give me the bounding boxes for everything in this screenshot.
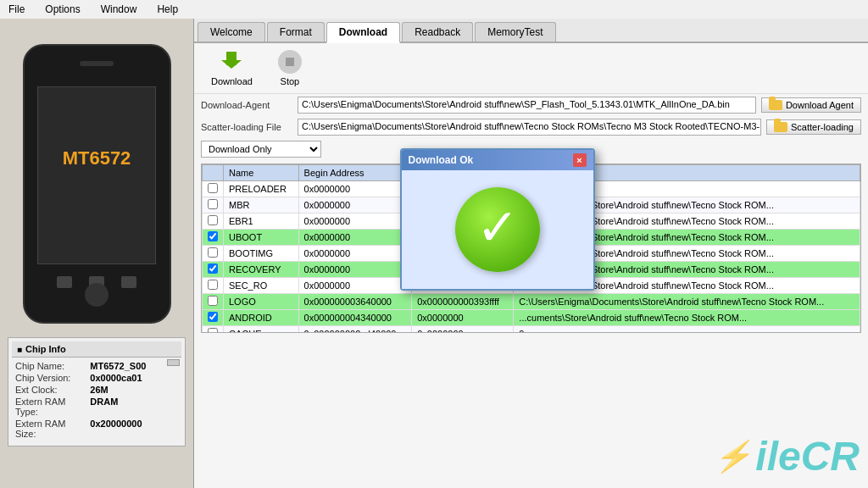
row-checkbox-cell[interactable] — [203, 181, 224, 197]
phone-speaker — [80, 61, 114, 66]
toolbar: Download Stop — [194, 43, 868, 94]
dialog-title: Download Ok — [409, 154, 474, 166]
row-checkbox-cell[interactable] — [203, 262, 224, 278]
phone-nav-back — [57, 276, 72, 288]
phone-graphic: MT6572 — [23, 44, 171, 324]
menu-file[interactable]: File — [3, 2, 30, 17]
scatter-loading-label: Scatter-loading File — [201, 122, 292, 132]
dialog-titlebar: Download Ok × — [402, 150, 593, 170]
row-checkbox[interactable] — [208, 296, 218, 306]
ram-type-label: Extern RAM Type: — [15, 396, 86, 417]
row-checkbox[interactable] — [208, 312, 218, 322]
menu-window[interactable]: Window — [96, 2, 142, 17]
scatter-folder-icon — [774, 122, 787, 132]
row-checkbox-cell[interactable] — [203, 214, 224, 230]
phone-brand: MT6572 — [63, 147, 131, 169]
menu-options[interactable]: Options — [40, 2, 85, 17]
chip-info-grid: Chip Name: MT6572_S00 Chip Version: 0x00… — [12, 358, 165, 442]
row-begin: 0x000000004340000 — [298, 310, 412, 326]
download-icon — [220, 50, 243, 74]
row-checkbox-cell[interactable] — [203, 230, 224, 246]
tab-format[interactable]: Format — [267, 22, 325, 42]
phone-nav-menu — [121, 276, 136, 288]
menu-help[interactable]: Help — [152, 2, 183, 17]
scatter-loading-row: Scatter-loading File C:\Users\Enigma\Doc… — [194, 116, 868, 138]
row-name: ANDROID — [224, 310, 299, 326]
chip-name-label: Chip Name: — [15, 361, 86, 371]
download-button[interactable]: Download — [211, 50, 253, 86]
tab-bar: Welcome Format Download Readback MemoryT… — [194, 19, 868, 43]
row-begin: 0x0000000 — [298, 214, 412, 230]
row-checkbox[interactable] — [208, 263, 218, 274]
watermark-text: ileCR — [755, 433, 860, 480]
row-begin: 0x0000000 — [298, 278, 412, 294]
row-begin: 0x0000000 — [298, 230, 412, 246]
tab-welcome[interactable]: Welcome — [198, 22, 265, 42]
scatter-loading-browse-button[interactable]: Scatter-loading — [766, 119, 861, 135]
ext-clock-value: 26M — [90, 385, 161, 395]
menu-bar: File Options Window Help — [0, 0, 868, 19]
tab-memorytest[interactable]: MemoryTest — [475, 22, 555, 42]
row-name: EBR1 — [224, 214, 299, 230]
chip-version-label: Chip Version: — [15, 373, 86, 383]
tab-readback[interactable]: Readback — [402, 22, 473, 42]
row-checkbox[interactable] — [208, 328, 218, 333]
chip-version-value: 0x0000ca01 — [90, 373, 161, 383]
download-agent-browse-button[interactable]: Download Agent — [761, 97, 861, 113]
dialog-body: ✓ — [402, 170, 593, 289]
row-begin: 0x0000000 — [298, 246, 412, 262]
download-agent-label: Download-Agent — [201, 100, 292, 110]
scatter-loading-input[interactable]: C:\Users\Enigma\Documents\Store\Android … — [298, 119, 761, 136]
row-location: ...cuments\Store\Android stuff\new\Tecno… — [514, 310, 860, 326]
row-name: LOGO — [224, 294, 299, 310]
chip-scrollbar[interactable] — [167, 359, 180, 366]
download-ok-dialog: Download Ok × ✓ — [400, 148, 595, 291]
row-location: 0 — [514, 326, 860, 334]
tab-download[interactable]: Download — [326, 22, 400, 43]
table-row: LOGO 0x000000003640000 0x000000000393fff… — [203, 294, 860, 310]
main-panel: Welcome Format Download Readback MemoryT… — [193, 19, 868, 488]
row-checkbox-cell[interactable] — [203, 294, 224, 310]
download-mode-select[interactable]: Download Only Firmware Upgrade Format Al… — [201, 141, 321, 158]
chip-info-panel: ■ Chip Info Chip Name: MT6572_S00 Chip V… — [8, 337, 186, 446]
checkmark-icon: ✓ — [476, 202, 519, 253]
row-end: 0x0000000 — [412, 310, 514, 326]
row-checkbox[interactable] — [208, 280, 218, 290]
row-checkbox-cell[interactable] — [203, 278, 224, 294]
stop-button[interactable]: Stop — [278, 50, 302, 86]
chip-name-value: MT6572_S00 — [90, 361, 161, 371]
ram-size-value: 0x20000000 — [90, 419, 161, 439]
row-checkbox[interactable] — [208, 215, 218, 225]
download-label: Download — [211, 76, 253, 86]
row-checkbox[interactable] — [208, 199, 218, 209]
download-agent-row: Download-Agent C:\Users\Enigma\Documents… — [194, 94, 868, 116]
download-agent-input[interactable]: C:\Users\Enigma\Documents\Store\Android … — [298, 97, 756, 114]
chip-info-title: ■ Chip Info — [12, 341, 181, 358]
ram-size-label: Extern RAM Size: — [15, 419, 86, 439]
dialog-close-button[interactable]: × — [573, 153, 587, 167]
row-location: C:\Users\Enigma\Documents\Store\Android … — [514, 294, 860, 310]
table-row: CACHE 0x000000002cd40000 0x0000000 0 — [203, 326, 860, 334]
row-end: 0x0000000 — [412, 326, 514, 334]
watermark-icon: ⚡ — [714, 439, 752, 474]
table-row: ANDROID 0x000000004340000 0x0000000 ...c… — [203, 310, 860, 326]
row-checkbox-cell[interactable] — [203, 326, 224, 334]
watermark: ⚡ ileCR — [714, 433, 860, 480]
success-checkmark-circle: ✓ — [455, 187, 540, 272]
row-checkbox[interactable] — [208, 183, 218, 193]
phone-screen — [37, 86, 156, 264]
row-name: SEC_RO — [224, 278, 299, 294]
col-name: Name — [224, 165, 299, 181]
ext-clock-label: Ext Clock: — [15, 385, 86, 395]
row-checkbox-cell[interactable] — [203, 310, 224, 326]
row-name: BOOTIMG — [224, 246, 299, 262]
left-panel: MT6572 ■ Chip Info Chip Name: MT6572_S00… — [0, 19, 193, 488]
row-name: RECOVERY — [224, 262, 299, 278]
row-checkbox[interactable] — [208, 247, 218, 258]
row-checkbox[interactable] — [208, 231, 218, 241]
col-checkbox — [203, 165, 224, 181]
row-checkbox-cell[interactable] — [203, 197, 224, 214]
row-name: MBR — [224, 197, 299, 214]
stop-label: Stop — [281, 76, 300, 86]
row-checkbox-cell[interactable] — [203, 246, 224, 262]
